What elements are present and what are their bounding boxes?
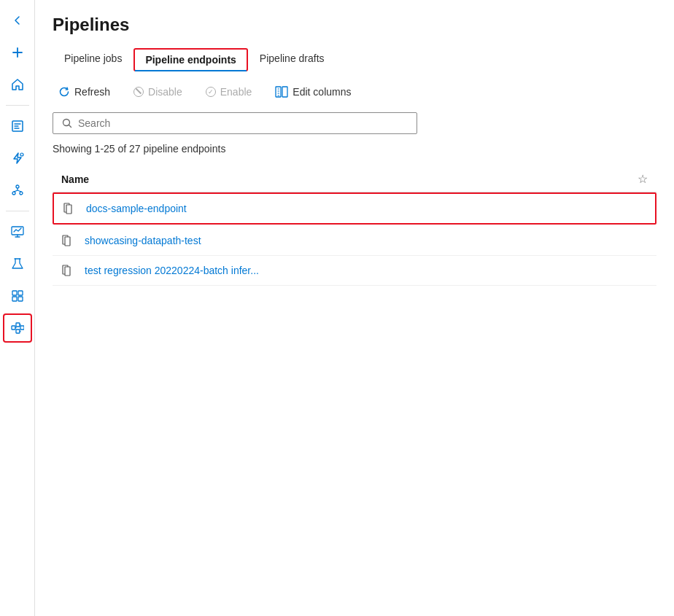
sidebar-item-pipelines[interactable] bbox=[3, 313, 32, 343]
toolbar: Refresh Disable ✓ Enable Edit columns bbox=[53, 83, 656, 101]
monitoring-icon bbox=[11, 225, 24, 238]
svg-rect-22 bbox=[65, 267, 70, 276]
sidebar bbox=[0, 0, 35, 616]
svg-point-1 bbox=[20, 153, 23, 156]
table-container: Name ☆ docs-sample-endpoint showcasing-d… bbox=[53, 166, 656, 601]
home-icon bbox=[11, 78, 24, 91]
sidebar-item-datasets[interactable] bbox=[3, 281, 32, 311]
back-icon bbox=[12, 15, 23, 26]
tabs-container: Pipeline jobs Pipeline endpoints Pipelin… bbox=[53, 47, 656, 71]
sidebar-item-topology[interactable] bbox=[3, 176, 32, 205]
search-container bbox=[53, 112, 656, 134]
add-icon bbox=[11, 46, 24, 59]
topology-icon bbox=[11, 184, 24, 197]
sidebar-item-add[interactable] bbox=[3, 38, 32, 67]
sidebar-divider-1 bbox=[6, 105, 29, 106]
sidebar-item-triggers[interactable] bbox=[3, 144, 32, 173]
svg-rect-9 bbox=[18, 297, 23, 301]
svg-rect-6 bbox=[12, 291, 17, 295]
enable-button[interactable]: ✓ Enable bbox=[200, 83, 258, 101]
sidebar-item-experiments[interactable] bbox=[3, 249, 32, 278]
experiments-icon bbox=[11, 257, 24, 270]
table-header: Name ☆ bbox=[53, 166, 656, 192]
count-text: Showing 1-25 of 27 pipeline endpoints bbox=[53, 143, 656, 155]
sidebar-divider-2 bbox=[6, 211, 29, 211]
svg-point-4 bbox=[20, 192, 23, 195]
sidebar-item-jobs[interactable] bbox=[3, 112, 32, 141]
svg-rect-13 bbox=[20, 326, 24, 330]
tab-pipeline-endpoints[interactable]: Pipeline endpoints bbox=[133, 48, 247, 71]
endpoint-link[interactable]: test regression 20220224-batch infer... bbox=[85, 265, 648, 276]
search-box[interactable] bbox=[53, 112, 417, 134]
endpoint-link[interactable]: showcasing-datapath-test bbox=[85, 235, 648, 246]
sidebar-item-home[interactable] bbox=[3, 70, 32, 99]
svg-rect-15 bbox=[282, 87, 287, 97]
sidebar-item-monitoring[interactable] bbox=[3, 217, 32, 246]
table-row[interactable]: test regression 20220224-batch infer... bbox=[53, 256, 656, 286]
svg-rect-10 bbox=[12, 326, 15, 330]
endpoint-link[interactable]: docs-sample-endpoint bbox=[86, 203, 646, 214]
tab-pipeline-drafts[interactable]: Pipeline drafts bbox=[248, 47, 336, 71]
triggers-icon bbox=[11, 152, 24, 165]
edit-columns-icon bbox=[275, 86, 288, 98]
active-tab-underline bbox=[135, 70, 246, 71]
datasets-icon bbox=[11, 289, 24, 303]
column-name-header: Name bbox=[61, 174, 632, 185]
svg-rect-18 bbox=[66, 205, 71, 214]
search-input[interactable] bbox=[78, 117, 408, 129]
pipelines-icon bbox=[11, 321, 24, 335]
svg-point-2 bbox=[16, 185, 19, 188]
endpoint-icon bbox=[61, 263, 76, 278]
svg-rect-11 bbox=[16, 323, 20, 327]
refresh-button[interactable]: Refresh bbox=[53, 83, 116, 101]
page-title: Pipelines bbox=[53, 15, 656, 35]
enable-icon: ✓ bbox=[206, 87, 216, 97]
table-row[interactable]: docs-sample-endpoint bbox=[53, 192, 656, 225]
table-row[interactable]: showcasing-datapath-test bbox=[53, 226, 656, 256]
endpoint-icon bbox=[61, 233, 76, 248]
svg-rect-12 bbox=[16, 330, 20, 333]
svg-rect-20 bbox=[65, 237, 70, 246]
search-icon bbox=[62, 118, 72, 128]
svg-rect-7 bbox=[18, 291, 23, 295]
disable-icon bbox=[133, 87, 144, 97]
svg-rect-8 bbox=[12, 297, 17, 301]
sidebar-item-back[interactable] bbox=[3, 6, 32, 35]
endpoint-icon bbox=[63, 201, 77, 216]
main-content: Pipelines Pipeline jobs Pipeline endpoin… bbox=[35, 0, 674, 616]
svg-point-3 bbox=[12, 192, 15, 195]
tab-pipeline-jobs[interactable]: Pipeline jobs bbox=[53, 47, 133, 71]
disable-button[interactable]: Disable bbox=[128, 83, 188, 101]
edit-columns-button[interactable]: Edit columns bbox=[269, 83, 357, 101]
star-column-header[interactable]: ☆ bbox=[638, 172, 648, 186]
refresh-icon bbox=[58, 86, 70, 98]
jobs-icon bbox=[11, 120, 24, 133]
